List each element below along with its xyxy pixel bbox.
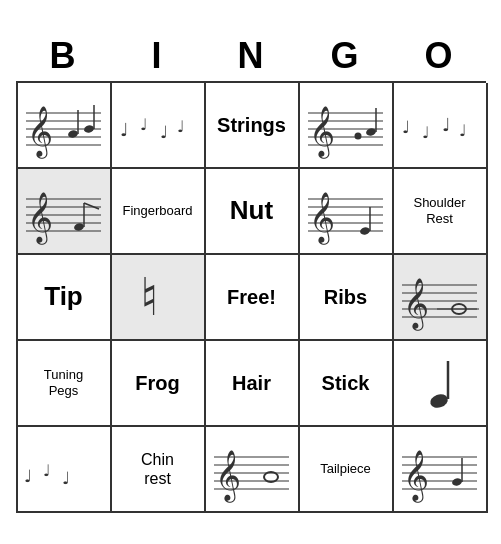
cell-r0c1: ♩ ♩ ♩ ♩ <box>112 83 206 169</box>
svg-text:𝄞: 𝄞 <box>215 450 241 503</box>
cell-r0c2: Strings <box>206 83 300 169</box>
cell-text-hair: Hair <box>232 371 271 395</box>
cell-r4c1: Chin rest <box>112 427 206 513</box>
svg-text:♩: ♩ <box>140 116 148 133</box>
cell-text-nut: Nut <box>230 195 273 226</box>
cell-r3c1: Frog <box>112 341 206 427</box>
bingo-grid: 𝄞 ♩ ♩ ♩ ♩ Strings <box>16 81 486 513</box>
svg-text:♩: ♩ <box>442 115 450 135</box>
cell-r3c4 <box>394 341 488 427</box>
header-i: I <box>110 31 204 81</box>
cell-text-tuning-pegs: Tuning Pegs <box>44 367 83 398</box>
svg-text:♮: ♮ <box>140 269 159 326</box>
cell-r2c2: Free! <box>206 255 300 341</box>
cell-text-stick: Stick <box>322 371 370 395</box>
svg-point-53 <box>428 391 449 409</box>
svg-line-35 <box>84 203 99 209</box>
svg-text:♩: ♩ <box>160 123 168 142</box>
cell-text-tip: Tip <box>44 281 83 312</box>
cell-text-chin-rest: Chin rest <box>141 450 174 488</box>
svg-point-20 <box>355 132 362 139</box>
bingo-header: B I N G O <box>16 31 486 81</box>
svg-point-8 <box>83 124 94 133</box>
music-notes-floating: ♩ ♩ ♩ ♩ <box>115 88 200 163</box>
bingo-card: B I N G O 𝄞 <box>16 31 486 513</box>
cell-text-ribs: Ribs <box>324 285 367 309</box>
header-o: O <box>392 31 486 81</box>
cell-r2c0: Tip <box>18 255 112 341</box>
svg-text:𝄞: 𝄞 <box>403 278 429 331</box>
cell-text-free: Free! <box>227 285 276 309</box>
cell-r2c3: Ribs <box>300 255 394 341</box>
music-small-notes: ♩ ♩ ♩ <box>21 432 106 507</box>
cell-r0c4: ♩ ♩ ♩ ♩ <box>394 83 488 169</box>
music-quarter-note <box>397 346 482 421</box>
cell-text-strings: Strings <box>217 113 286 137</box>
music-treble-whole: 𝄞 <box>397 260 482 335</box>
music-treble-whole2: 𝄞 <box>209 432 294 507</box>
svg-text:𝄞: 𝄞 <box>403 450 429 503</box>
cell-r1c4: Shoulder Rest <box>394 169 488 255</box>
music-notes-floating2: ♩ ♩ ♩ ♩ <box>397 88 482 163</box>
music-treble-notes2: 𝄞 <box>303 88 388 163</box>
svg-text:𝄞: 𝄞 <box>309 192 335 245</box>
svg-text:♩: ♩ <box>24 467 32 486</box>
svg-text:♩: ♩ <box>422 124 430 141</box>
svg-point-42 <box>359 226 370 235</box>
svg-text:♩: ♩ <box>62 469 70 488</box>
header-b: B <box>16 31 110 81</box>
cell-r1c2: Nut <box>206 169 300 255</box>
svg-text:♩: ♩ <box>459 122 467 139</box>
cell-text-tailpiece: Tailpiece <box>320 461 371 477</box>
cell-r3c2: Hair <box>206 341 300 427</box>
svg-point-33 <box>73 222 84 231</box>
svg-text:♩: ♩ <box>43 462 51 479</box>
music-treble-notes: 𝄞 <box>21 88 106 163</box>
svg-point-71 <box>451 477 462 486</box>
cell-r3c0: Tuning Pegs <box>18 341 112 427</box>
cell-r1c3: 𝄞 <box>300 169 394 255</box>
svg-text:𝄞: 𝄞 <box>309 106 335 159</box>
svg-text:♩: ♩ <box>177 118 185 135</box>
header-n: N <box>204 31 298 81</box>
svg-text:♩: ♩ <box>402 118 410 137</box>
cell-r3c3: Stick <box>300 341 394 427</box>
cell-r0c0: 𝄞 <box>18 83 112 169</box>
cell-text-frog: Frog <box>135 371 179 395</box>
cell-r4c4: 𝄞 <box>394 427 488 513</box>
music-treble-shaded: 𝄞 <box>21 174 106 249</box>
cell-r2c1: ♮ <box>112 255 206 341</box>
cell-r4c0: ♩ ♩ ♩ <box>18 427 112 513</box>
cell-r0c3: 𝄞 <box>300 83 394 169</box>
music-treble-note3: 𝄞 <box>303 174 388 249</box>
cell-text-shoulder-rest: Shoulder Rest <box>413 195 465 226</box>
cell-r4c3: Tailpiece <box>300 427 394 513</box>
svg-text:𝄞: 𝄞 <box>27 192 53 245</box>
cell-r1c0: 𝄞 <box>18 169 112 255</box>
cell-r4c2: 𝄞 <box>206 427 300 513</box>
cell-text-fingerboard: Fingerboard <box>122 203 192 219</box>
cell-r1c1: Fingerboard <box>112 169 206 255</box>
header-g: G <box>298 31 392 81</box>
svg-text:𝄞: 𝄞 <box>27 106 53 159</box>
music-natural-sign: ♮ <box>115 260 200 335</box>
music-treble-only: 𝄞 <box>397 432 482 507</box>
cell-r2c4: 𝄞 <box>394 255 488 341</box>
svg-text:♩: ♩ <box>120 120 128 140</box>
